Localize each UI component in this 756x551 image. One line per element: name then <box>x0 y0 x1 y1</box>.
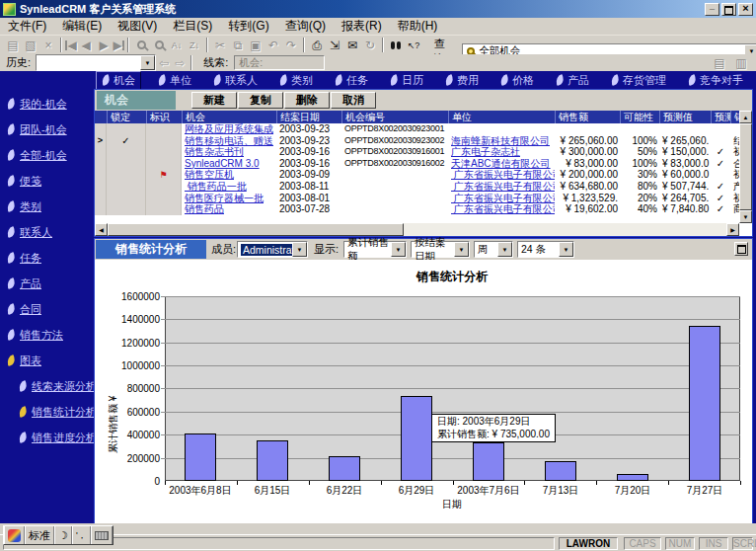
tab-7[interactable]: 费用 <box>440 72 484 89</box>
unit-link[interactable]: 海南蜂新科技有限公司 <box>451 135 550 146</box>
table-row[interactable]: 销售药品2003-07-28 广东省振兴电子有限公司¥ 19,602.0040%… <box>95 203 752 215</box>
opportunity-link[interactable]: 销售移动电话、赠送 <box>185 135 273 146</box>
column-header[interactable]: 锁定 <box>107 111 146 123</box>
menu-item[interactable]: 栏目(S) <box>165 16 220 37</box>
scroll-left-icon[interactable]: ◀ <box>95 223 108 236</box>
chevron-down-icon[interactable] <box>454 242 469 257</box>
undo-icon[interactable]: ↶ <box>265 38 282 53</box>
opportunity-link[interactable]: 销售药品一批 <box>185 181 247 192</box>
zoom-area-icon[interactable] <box>150 38 168 53</box>
minimize-icon[interactable] <box>705 3 719 16</box>
sidebar-item[interactable]: 销售方法 <box>0 322 94 348</box>
scroll-down-icon[interactable]: ▼ <box>739 210 752 223</box>
cancel-button[interactable]: 取消 <box>331 92 376 109</box>
scroll-up-icon[interactable]: ▲ <box>739 111 752 123</box>
period-combo[interactable]: 周 <box>474 241 513 258</box>
paste-icon[interactable]: ▣ <box>247 38 265 53</box>
sidebar-item[interactable]: 合同 <box>0 296 94 322</box>
chevron-down-icon[interactable] <box>497 242 512 257</box>
column-header[interactable]: 机会 <box>182 111 276 123</box>
sidebar-item-active[interactable]: 销售统计分析 <box>0 399 94 425</box>
member-combo[interactable]: Administrator <box>237 241 308 258</box>
sidebar-item[interactable]: 联系人 <box>0 219 94 245</box>
ime-mode-label[interactable]: 标准 <box>25 526 54 544</box>
unit-link[interactable]: 广东电子杂志社 <box>451 146 520 157</box>
tab-6[interactable]: 日历 <box>385 72 428 89</box>
find-icon[interactable] <box>387 38 405 53</box>
ime-fullwidth-icon[interactable]: ☽ <box>54 526 72 544</box>
column-header[interactable]: 销售额 <box>555 111 620 123</box>
column-header[interactable]: 预测 <box>711 111 730 123</box>
bar-7月27日[interactable] <box>689 326 720 481</box>
copy-icon[interactable]: ⧉ <box>229 38 247 53</box>
sidebar-item[interactable]: 便笺 <box>0 168 94 194</box>
grid-view-icon[interactable]: ▥ <box>732 55 750 71</box>
sidebar-item[interactable]: 销售进度分析 <box>0 425 94 450</box>
bar-6月29日[interactable] <box>401 396 432 481</box>
group-by-combo[interactable]: 按结案日期 <box>411 241 470 258</box>
unit-link[interactable]: 广东省振兴电子有限公司 <box>451 193 555 203</box>
column-header[interactable]: 可能性 <box>620 111 659 123</box>
count-combo[interactable]: 24 条 <box>517 241 574 258</box>
sidebar-item[interactable]: 团队-机会 <box>0 117 94 142</box>
prev-record-icon[interactable]: ◀ <box>77 38 95 53</box>
zoom-icon[interactable] <box>132 38 150 53</box>
context-help-icon[interactable]: ↖? <box>405 38 422 53</box>
forward-arrow-icon[interactable]: ⇨ <box>175 56 185 70</box>
refresh-icon[interactable]: ↻ <box>361 38 379 53</box>
opportunity-link[interactable]: 销售药品 <box>185 203 224 214</box>
tab-11[interactable]: 竞争对手 <box>683 72 748 89</box>
restore-icon[interactable] <box>721 3 736 16</box>
next-record-icon[interactable]: ▶ <box>95 38 113 53</box>
cut-icon[interactable]: ✂ <box>211 38 229 53</box>
display-combo[interactable]: 累计销售额 <box>343 241 407 258</box>
horizontal-scrollbar[interactable]: ◀ ▶ <box>95 223 739 236</box>
tab-9[interactable]: 产品 <box>551 72 594 89</box>
tab-10[interactable]: 存货管理 <box>606 72 671 89</box>
opportunity-link[interactable]: 销售空压机 <box>185 169 234 180</box>
last-record-icon[interactable]: ▶ <box>113 40 124 50</box>
scrollbar-thumb[interactable] <box>739 123 752 210</box>
opportunity-link[interactable]: 网络及应用系统集成 <box>185 123 273 134</box>
export-icon[interactable]: ⇲ <box>326 38 343 53</box>
column-header[interactable]: 标识 <box>146 111 182 123</box>
print-icon[interactable]: ⎙ <box>308 38 326 53</box>
menu-item[interactable]: 帮助(H) <box>390 16 446 37</box>
scroll-right-icon[interactable]: ▶ <box>726 223 739 236</box>
sort-desc-icon[interactable]: Z↓ <box>186 38 203 53</box>
menu-item[interactable]: 文件(F) <box>0 16 54 37</box>
table-row[interactable]: 销售医疗器械一批2003-08-01 广东省振兴电子有限公司¥ 1,323,52… <box>95 193 752 204</box>
ime-language-icon[interactable] <box>4 526 25 544</box>
column-header[interactable]: 结案日期 <box>276 111 341 123</box>
chevron-down-icon[interactable] <box>559 242 573 257</box>
unit-link[interactable]: 广东省振兴电子有限公司 <box>451 181 555 192</box>
menu-item[interactable]: 转到(G) <box>220 16 276 37</box>
ime-punctuation-icon[interactable]: '， <box>72 526 91 544</box>
tab-5[interactable]: 任务 <box>330 72 373 89</box>
scrollbar-thumb[interactable] <box>108 223 404 236</box>
bar-2003年7月6日[interactable] <box>473 442 504 481</box>
sort-asc-icon[interactable]: A↓ <box>168 38 186 53</box>
sidebar-item[interactable]: 线索来源分析 <box>0 373 94 399</box>
tab-3[interactable]: 联系人 <box>208 72 263 89</box>
bar-6月22日[interactable] <box>329 456 360 481</box>
column-header[interactable]: 预测值 <box>659 111 711 123</box>
vertical-scrollbar[interactable]: ▲ ▼ <box>739 111 752 223</box>
menu-item[interactable]: 报表(R) <box>334 16 390 37</box>
sidebar-item[interactable]: 图表 <box>0 348 94 373</box>
mail-icon[interactable]: ✉ <box>343 38 361 53</box>
tab-8[interactable]: 价格 <box>495 72 539 89</box>
sidebar-item[interactable]: 产品 <box>0 271 94 296</box>
column-header[interactable]: 机会编号 <box>341 111 448 123</box>
bar-2003年6月8日[interactable] <box>185 433 216 481</box>
bar-6月15日[interactable] <box>257 440 288 481</box>
sidebar-item[interactable]: 任务 <box>0 245 94 271</box>
opportunity-link[interactable]: 销售医疗器械一批 <box>185 193 264 203</box>
menu-item[interactable]: 视图(V) <box>110 16 165 37</box>
unit-link[interactable]: 广东省振兴电子有限公司 <box>451 169 555 180</box>
menu-item[interactable]: 编辑(E) <box>54 16 110 37</box>
tab-4[interactable]: 类别 <box>274 72 318 89</box>
opportunity-link[interactable]: SynleadCRM 3.0 <box>185 158 260 169</box>
opportunity-link[interactable]: 销售杂志书刊 <box>185 146 244 157</box>
chevron-down-icon[interactable] <box>140 55 155 70</box>
